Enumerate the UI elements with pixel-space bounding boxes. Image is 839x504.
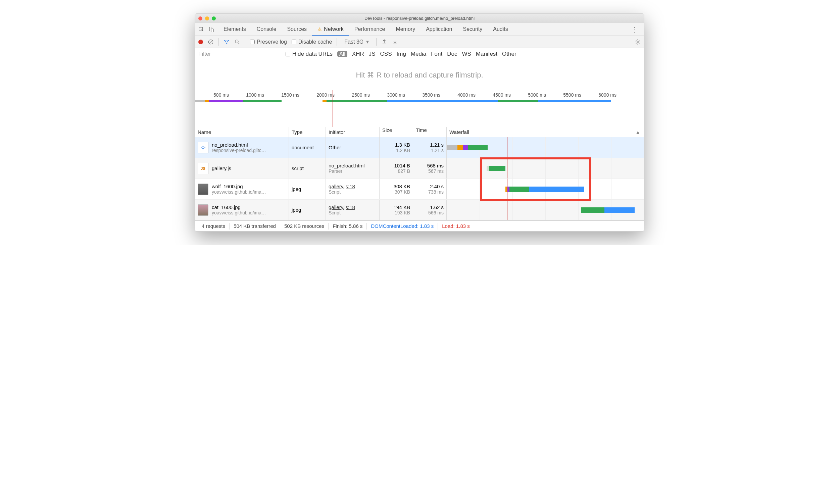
svg-point-5: [637, 41, 639, 42]
tab-label: Elements: [224, 26, 246, 32]
type-filter-xhr[interactable]: XHR: [352, 51, 364, 57]
request-waterfall: [447, 179, 644, 199]
request-table-header[interactable]: Name Type Initiator Size Time Waterfall▲: [195, 127, 644, 137]
timeline-tick: 6000 ms: [583, 90, 618, 100]
tab-performance[interactable]: Performance: [349, 23, 391, 36]
request-time: 1.62 s566 ms: [413, 200, 447, 220]
column-initiator[interactable]: Initiator: [326, 127, 379, 137]
request-row[interactable]: cat_1600.jpgyoavweiss.github.io/ima…jpeg…: [195, 200, 644, 220]
devtools-window: DevTools - responsive-preload.glitch.me/…: [195, 14, 644, 232]
request-waterfall: [447, 200, 644, 220]
type-filter-font[interactable]: Font: [431, 51, 442, 57]
tab-network[interactable]: ⚠Network: [312, 23, 349, 36]
request-row[interactable]: JSgallery.jsscriptno_preload.htmlParser1…: [195, 158, 644, 179]
tab-label: Network: [324, 26, 344, 32]
preserve-log-checkbox[interactable]: Preserve log: [250, 39, 287, 45]
tab-application[interactable]: Application: [421, 23, 458, 36]
inspect-icon[interactable]: [198, 26, 204, 33]
footer-requests: 4 requests: [198, 223, 229, 229]
filmstrip-placeholder: Hit ⌘ R to reload and capture filmstrip.: [195, 60, 644, 90]
request-waterfall: [447, 137, 644, 158]
timeline-tick: 4000 ms: [442, 90, 477, 100]
request-size: 308 KB307 KB: [379, 179, 413, 199]
footer-load: Load: 1.83 s: [438, 223, 474, 229]
column-name[interactable]: Name: [195, 127, 289, 137]
request-time: 1.21 s1.21 s: [413, 137, 447, 158]
footer-finish: Finish: 5.86 s: [328, 223, 367, 229]
preserve-log-label: Preserve log: [257, 39, 287, 45]
type-filter-js[interactable]: JS: [369, 51, 376, 57]
column-waterfall[interactable]: Waterfall▲: [447, 127, 644, 137]
request-size: 1014 B827 B: [379, 158, 413, 179]
sort-icon: ▲: [635, 129, 640, 135]
request-name: wolf_1600.jpg: [212, 183, 266, 189]
type-filter-media[interactable]: Media: [411, 51, 426, 57]
tab-console[interactable]: Console: [251, 23, 282, 36]
svg-point-4: [235, 40, 238, 43]
overview-timeline[interactable]: 500 ms1000 ms1500 ms2000 ms2500 ms3000 m…: [195, 90, 644, 127]
tab-audits[interactable]: Audits: [488, 23, 513, 36]
request-waterfall: [447, 158, 644, 179]
tab-label: Sources: [287, 26, 307, 32]
request-type: jpeg: [289, 179, 326, 199]
timeline-tick: 3500 ms: [406, 90, 442, 100]
search-icon[interactable]: [234, 39, 240, 45]
initiator-link[interactable]: gallery.js:18: [328, 204, 377, 210]
type-filter-ws[interactable]: WS: [462, 51, 471, 57]
throttle-value: Fast 3G: [344, 39, 363, 45]
hide-data-urls-checkbox[interactable]: Hide data URLs: [286, 51, 333, 57]
request-time: 2.40 s738 ms: [413, 179, 447, 199]
network-toolbar: Preserve log Disable cache Fast 3G▾: [195, 36, 644, 48]
window-title: DevTools - responsive-preload.glitch.me/…: [195, 16, 644, 21]
timeline-tick: 2000 ms: [301, 90, 336, 100]
filter-input[interactable]: Filter: [195, 48, 282, 60]
type-filter-doc[interactable]: Doc: [447, 51, 457, 57]
type-filter-manifest[interactable]: Manifest: [476, 51, 497, 57]
request-name: no_preload.html: [212, 142, 266, 148]
disable-cache-checkbox[interactable]: Disable cache: [292, 39, 332, 45]
filter-icon[interactable]: [224, 39, 230, 45]
hide-data-urls-label: Hide data URLs: [292, 51, 333, 57]
timeline-tick: 2500 ms: [336, 90, 371, 100]
initiator-link[interactable]: no_preload.html: [328, 163, 377, 168]
titlebar: DevTools - responsive-preload.glitch.me/…: [195, 14, 644, 23]
clear-icon[interactable]: [208, 39, 214, 45]
request-row[interactable]: wolf_1600.jpgyoavweiss.github.io/ima…jpe…: [195, 179, 644, 200]
timeline-tick: 1000 ms: [230, 90, 266, 100]
timeline-tick: 500 ms: [195, 90, 230, 100]
column-type[interactable]: Type: [289, 127, 326, 137]
tab-memory[interactable]: Memory: [390, 23, 421, 36]
tab-label: Audits: [493, 26, 508, 32]
tab-sources[interactable]: Sources: [282, 23, 312, 36]
initiator-link[interactable]: gallery.js:18: [328, 183, 377, 189]
upload-icon[interactable]: [381, 39, 387, 45]
kebab-menu-icon[interactable]: ⋮: [628, 25, 641, 34]
column-size[interactable]: Size: [379, 127, 413, 137]
request-type: document: [289, 137, 326, 158]
request-domain: responsive-preload.glitc…: [212, 148, 266, 153]
gear-icon[interactable]: [635, 39, 641, 45]
type-filter-other[interactable]: Other: [502, 51, 517, 57]
tab-elements[interactable]: Elements: [218, 23, 251, 36]
panel-tabs: ElementsConsoleSources⚠NetworkPerformanc…: [195, 23, 644, 36]
column-time[interactable]: Time: [413, 127, 447, 137]
timeline-tick: 1500 ms: [266, 90, 301, 100]
request-row[interactable]: <>no_preload.htmlresponsive-preload.glit…: [195, 137, 644, 158]
throttle-select[interactable]: Fast 3G▾: [342, 38, 372, 46]
request-type: jpeg: [289, 200, 326, 220]
tab-label: Memory: [396, 26, 415, 32]
request-size: 1.3 KB1.2 KB: [379, 137, 413, 158]
warning-icon: ⚠: [318, 26, 322, 32]
device-icon[interactable]: [209, 26, 214, 33]
type-filter-all[interactable]: All: [337, 51, 347, 57]
chevron-down-icon: ▾: [366, 39, 369, 45]
request-domain: yoavweiss.github.io/ima…: [212, 189, 266, 195]
request-size: 194 KB193 KB: [379, 200, 413, 220]
tab-security[interactable]: Security: [458, 23, 488, 36]
timeline-tick: 5000 ms: [512, 90, 547, 100]
download-icon[interactable]: [392, 39, 398, 45]
type-filter-css[interactable]: CSS: [380, 51, 392, 57]
record-button[interactable]: [198, 40, 203, 44]
type-filter-img[interactable]: Img: [397, 51, 406, 57]
svg-rect-2: [211, 29, 213, 32]
